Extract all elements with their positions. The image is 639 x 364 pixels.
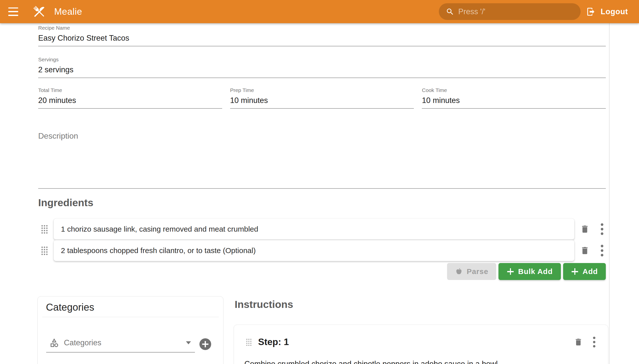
prep-time-field: Prep Time 10 minutes	[230, 87, 414, 109]
cook-time-input[interactable]: 10 minutes	[422, 96, 606, 109]
drag-handle-icon[interactable]	[41, 225, 48, 234]
total-time-label: Total Time	[38, 87, 222, 94]
ingredient-text: 1 chorizo sausage link, casing removed a…	[61, 225, 258, 233]
kebab-menu-icon	[600, 223, 603, 235]
prep-time-label: Prep Time	[230, 87, 414, 94]
delete-step-button[interactable]	[574, 338, 583, 346]
step-header: Step: 1	[234, 325, 608, 348]
search-icon	[446, 8, 454, 16]
ingredient-row: 2 tablespoons chopped fresh cilantro, or…	[38, 240, 606, 261]
step-instruction-textarea[interactable]: Combine crumbled chorizo and chipotle pe…	[244, 359, 596, 364]
logout-label: Logout	[600, 7, 628, 16]
logout-button[interactable]: Logout	[586, 0, 628, 23]
parse-button-label: Parse	[467, 267, 489, 276]
content-right-divider	[609, 23, 609, 364]
add-button[interactable]: Add	[563, 263, 606, 280]
drag-handle-icon[interactable]	[41, 246, 48, 255]
prep-time-input[interactable]: 10 minutes	[230, 96, 414, 109]
mealie-fork-knife-logo-icon[interactable]	[31, 4, 47, 20]
categories-card: Categories Categories	[38, 296, 224, 364]
instruction-step-card: Step: 1 Combine crumbled chorizo and chi…	[234, 324, 608, 364]
drag-handle-icon[interactable]	[246, 338, 252, 346]
shapes-icon	[49, 338, 59, 348]
app-title: Mealie	[54, 6, 82, 17]
kebab-menu-icon	[593, 336, 595, 348]
servings-label: Servings	[38, 56, 606, 63]
bulk-add-button-label: Bulk Add	[518, 267, 553, 276]
ingredients-list: 1 chorizo sausage link, casing removed a…	[38, 219, 606, 262]
add-button-label: Add	[583, 267, 598, 276]
ingredients-section-title: Ingredients	[38, 197, 93, 209]
total-time-input[interactable]: 20 minutes	[38, 96, 222, 109]
hamburger-menu-icon[interactable]	[8, 8, 18, 16]
kebab-menu-icon	[600, 244, 603, 257]
app-bar: Mealie Logout	[0, 0, 639, 23]
add-category-button[interactable]	[199, 338, 211, 350]
trash-icon	[574, 338, 583, 346]
total-time-field: Total Time 20 minutes	[38, 87, 222, 109]
recipe-name-label: Recipe Name	[38, 25, 606, 31]
trash-icon	[580, 246, 590, 255]
categories-select-placeholder: Categories	[64, 338, 186, 347]
cook-time-label: Cook Time	[422, 87, 606, 94]
trash-icon	[580, 224, 590, 234]
plus-icon	[507, 268, 514, 275]
ingredient-input[interactable]: 2 tablespoons chopped fresh cilantro, or…	[54, 240, 574, 261]
servings-field: Servings 2 servings	[38, 56, 606, 78]
bulk-add-button[interactable]: Bulk Add	[499, 263, 561, 280]
recipe-name-field: Recipe Name Easy Chorizo Street Tacos	[38, 25, 606, 46]
ingredient-actions-row: Parse Bulk Add Add	[38, 263, 606, 280]
step-menu-button[interactable]	[593, 336, 595, 348]
time-fields-row: Total Time 20 minutes Prep Time 10 minut…	[38, 87, 606, 109]
apple-icon	[455, 268, 463, 276]
plus-icon	[571, 268, 579, 275]
instructions-section-title: Instructions	[235, 299, 293, 310]
parse-button[interactable]: Parse	[447, 263, 496, 280]
description-textarea[interactable]: Description	[38, 132, 606, 189]
ingredient-menu-button[interactable]	[598, 244, 606, 257]
recipe-name-input[interactable]: Easy Chorizo Street Tacos	[38, 33, 606, 46]
search-bar[interactable]	[439, 3, 581, 20]
ingredient-menu-button[interactable]	[598, 223, 606, 235]
categories-select-row: Categories	[46, 338, 223, 352]
cook-time-field: Cook Time 10 minutes	[422, 87, 606, 109]
description-placeholder: Description	[38, 132, 606, 140]
servings-input[interactable]: 2 servings	[38, 65, 606, 78]
ingredient-row: 1 chorizo sausage link, casing removed a…	[38, 219, 606, 240]
chevron-down-icon	[186, 341, 191, 344]
logout-icon	[586, 7, 595, 16]
ingredient-input[interactable]: 1 chorizo sausage link, casing removed a…	[54, 219, 574, 240]
categories-select[interactable]: Categories	[46, 338, 195, 352]
categories-card-title: Categories	[46, 301, 223, 314]
step-title: Step: 1	[258, 337, 289, 347]
search-input[interactable]	[458, 7, 575, 16]
delete-ingredient-button[interactable]	[580, 224, 590, 234]
delete-ingredient-button[interactable]	[580, 246, 590, 255]
ingredient-text: 2 tablespoons chopped fresh cilantro, or…	[61, 246, 256, 255]
divider	[42, 317, 219, 317]
recipe-editor-screen: Mealie Logout Recipe Name Easy Chorizo S…	[0, 0, 639, 364]
